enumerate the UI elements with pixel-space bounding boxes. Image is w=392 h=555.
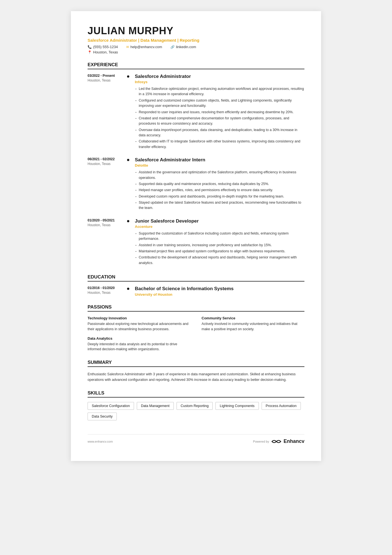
experience-entry-2: 06/2021 - 02/2022 Houston, Texas Salesfo…	[88, 157, 304, 212]
education-entry-1: 01/2016 - 01/2020 Houston, Texas Bachelo…	[88, 286, 304, 297]
entry-location-3: Houston, Texas	[88, 223, 129, 227]
bullet-1-4: Created and maintained comprehensive doc…	[135, 116, 304, 127]
skill-badge-6: Data Security	[88, 413, 117, 420]
phone-contact: 📞 (555) 555-1234	[88, 45, 118, 49]
candidate-title: Salesforce Administrator | Data Manageme…	[88, 38, 304, 43]
entry-left-2: 06/2021 - 02/2022 Houston, Texas	[88, 157, 129, 212]
entry-right-2: Salesforce Administrator Intern Deloitte…	[135, 157, 304, 212]
passions-grid: Technology Innovation Passionate about e…	[88, 316, 304, 352]
bullets-1: Led the Salesforce optimization project,…	[135, 86, 304, 150]
phone-number: (555) 555-1234	[93, 45, 118, 49]
passion-desc-1: Passionate about exploring new technolog…	[88, 321, 190, 332]
bullet-3-1: Supported the customization of Salesforc…	[135, 231, 304, 242]
entry-location-1: Houston, Texas	[88, 78, 129, 82]
passion-item-1: Technology Innovation Passionate about e…	[88, 316, 190, 332]
company-1: Infosys	[135, 80, 304, 84]
skills-section: SKILLS Salesforce Configuration Data Man…	[88, 390, 304, 420]
header: JULIAN MURPHY Salesforce Administrator |…	[88, 25, 304, 54]
skill-badge-1: Salesforce Configuration	[88, 402, 134, 410]
email-icon: ✉	[126, 45, 129, 49]
bullet-1-3: Responded to user inquiries and issues, …	[135, 110, 304, 115]
entry-right-1: Salesforce Administrator Infosys Led the…	[135, 74, 304, 151]
bullet-1-1: Led the Salesforce optimization project,…	[135, 86, 304, 97]
skills-section-title: SKILLS	[88, 390, 304, 398]
bullet-1-2: Configured and customized complex custom…	[135, 98, 304, 109]
powered-by-label: Powered by	[253, 440, 269, 443]
passion-desc-2: Actively involved in community volunteer…	[202, 321, 304, 332]
passions-section-title: PASSIONS	[88, 304, 304, 312]
skill-badge-3: Custom Reporting	[177, 402, 213, 410]
entry-dot-3	[127, 220, 129, 222]
bullet-3-2: Assisted in user training sessions, incr…	[135, 243, 304, 248]
job-title-3: Junior Salesforce Developer	[135, 218, 304, 224]
entry-date-1: 03/2022 - Present	[88, 74, 129, 78]
summary-section-title: SUMMARY	[88, 360, 304, 367]
contact-info: 📞 (555) 555-1234 ✉ help@enhancv.com 🔗 li…	[88, 45, 304, 49]
edu-degree-1: Bachelor of Science in Information Syste…	[135, 286, 304, 292]
edu-school-1: University of Houston	[135, 292, 304, 297]
location-text: Houston, Texas	[93, 50, 118, 54]
entry-date-3: 01/2020 - 05/2021	[88, 218, 129, 222]
bullet-2-3: Helped manage user profiles, roles, and …	[135, 188, 304, 193]
footer: www.enhancv.com Powered by Enhancv	[88, 434, 304, 444]
location-contact: 📍 Houston, Texas	[88, 50, 304, 54]
edu-right-1: Bachelor of Science in Information Syste…	[135, 286, 304, 297]
summary-section: SUMMARY Enthusiastic Salesforce Administ…	[88, 360, 304, 383]
passion-item-2: Community Service Actively involved in c…	[202, 316, 304, 332]
entry-dot-1	[127, 75, 129, 78]
candidate-name: JULIAN MURPHY	[88, 25, 304, 37]
brand-name: Enhancv	[284, 438, 304, 444]
footer-website: www.enhancv.com	[88, 440, 113, 443]
experience-entry-3: 01/2020 - 05/2021 Houston, Texas Junior …	[88, 218, 304, 267]
entry-right-3: Junior Salesforce Developer Accenture Su…	[135, 218, 304, 267]
bullet-3-3: Maintained project files and updated sys…	[135, 249, 304, 254]
experience-entry-1: 03/2022 - Present Houston, Texas Salesfo…	[88, 74, 304, 151]
entry-left-3: 01/2020 - 05/2021 Houston, Texas	[88, 218, 129, 267]
passions-section: PASSIONS Technology Innovation Passionat…	[88, 304, 304, 352]
link-icon: 🔗	[170, 45, 175, 49]
phone-icon: 📞	[88, 45, 92, 49]
entry-left-1: 03/2022 - Present Houston, Texas	[88, 74, 129, 151]
education-section: EDUCATION 01/2016 - 01/2020 Houston, Tex…	[88, 274, 304, 297]
education-section-title: EDUCATION	[88, 274, 304, 282]
edu-location-1: Houston, Texas	[88, 291, 129, 295]
skill-badge-5: Process Automation	[262, 402, 301, 410]
passion-desc-3: Deeply interested in data analysis and i…	[88, 342, 190, 352]
linkedin-url: linkedin.com	[176, 45, 196, 49]
bullet-2-5: Stayed updated on the latest Salesforce …	[135, 200, 304, 211]
passion-title-1: Technology Innovation	[88, 316, 190, 320]
resume-page: JULIAN MURPHY Salesforce Administrator |…	[71, 11, 321, 461]
location-icon: 📍	[88, 50, 92, 54]
footer-brand: Powered by Enhancv	[253, 438, 304, 444]
skill-badge-2: Data Management	[137, 402, 174, 410]
bullet-2-2: Supported data quality and maintenance p…	[135, 181, 304, 187]
bullet-2-1: Assisted in the governance and optimizat…	[135, 170, 304, 181]
passion-item-3: Data Analytics Deeply interested in data…	[88, 336, 190, 352]
job-title-1: Salesforce Administrator	[135, 74, 304, 79]
enhancv-logo-icon	[271, 439, 281, 444]
bullets-2: Assisted in the governance and optimizat…	[135, 170, 304, 211]
edu-dot-1	[127, 288, 129, 290]
email-contact: ✉ help@enhancv.com	[126, 45, 162, 49]
skills-container: Salesforce Configuration Data Management…	[88, 402, 304, 420]
skill-badge-4: Lightning Components	[215, 402, 259, 410]
company-2: Deloitte	[135, 163, 304, 167]
edu-left-1: 01/2016 - 01/2020 Houston, Texas	[88, 286, 129, 297]
experience-section: EXPERIENCE 03/2022 - Present Houston, Te…	[88, 62, 304, 267]
job-title-2: Salesforce Administrator Intern	[135, 157, 304, 163]
email-address: help@enhancv.com	[130, 45, 162, 49]
bullet-1-6: Collaborated with IT to integrate Salesf…	[135, 139, 304, 150]
entry-location-2: Houston, Texas	[88, 162, 129, 166]
linkedin-contact: 🔗 linkedin.com	[170, 45, 196, 49]
bullet-2-4: Developed custom reports and dashboards,…	[135, 194, 304, 199]
entry-date-2: 06/2021 - 02/2022	[88, 157, 129, 161]
edu-date-1: 01/2016 - 01/2020	[88, 286, 129, 290]
bullets-3: Supported the customization of Salesforc…	[135, 231, 304, 266]
company-3: Accenture	[135, 225, 304, 229]
passion-title-2: Community Service	[202, 316, 304, 320]
passion-title-3: Data Analytics	[88, 336, 190, 341]
summary-text: Enthusiastic Salesforce Administrator wi…	[88, 371, 304, 383]
bullet-1-5: Oversaw data import/export processes, da…	[135, 127, 304, 138]
experience-section-title: EXPERIENCE	[88, 62, 304, 69]
bullet-3-4: Contributed to the development of advanc…	[135, 255, 304, 266]
